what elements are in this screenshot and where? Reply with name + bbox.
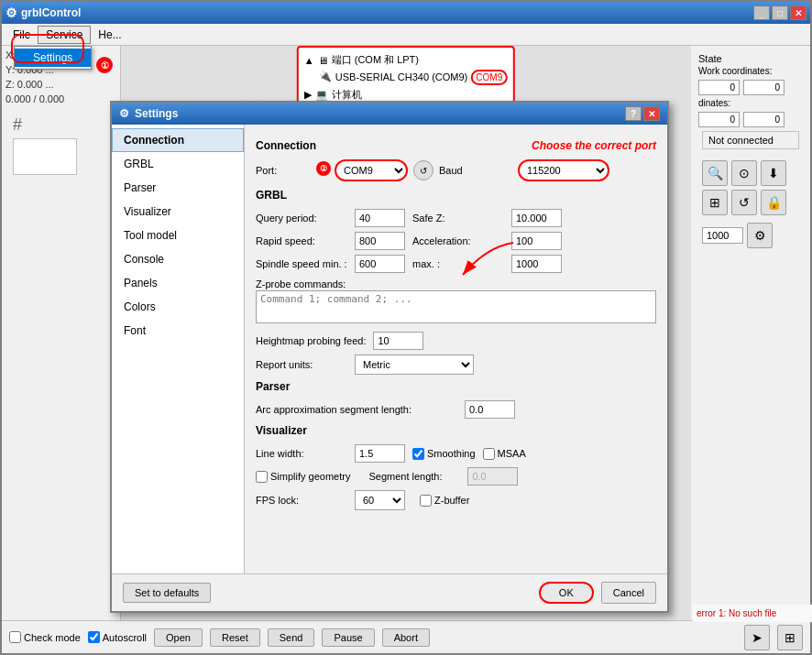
dialog-close-button[interactable]: ✕ [643, 106, 660, 121]
query-period-row: Query period: Safe Z: [256, 209, 656, 227]
sidebar-item-visualizer[interactable]: Visualizer [112, 200, 244, 224]
heightmap-input[interactable] [373, 332, 423, 350]
fps-label: FPS lock: [256, 495, 347, 506]
fps-select[interactable]: 60 30 120 [355, 490, 405, 510]
simplify-checkbox[interactable] [256, 471, 268, 483]
zbuffer-checkbox[interactable] [420, 495, 432, 507]
rapid-speed-row: Rapid speed: Acceleration: [256, 232, 656, 250]
line-width-label: Line width: [256, 448, 347, 459]
sidebar-item-font[interactable]: Font [112, 319, 244, 343]
arc-input[interactable] [465, 400, 515, 419]
port-select[interactable]: COM9 COM1 COM3 [335, 159, 408, 181]
sidebar-item-parser[interactable]: Parser [112, 176, 244, 200]
acceleration-input[interactable] [511, 232, 562, 250]
sidebar-item-connection[interactable]: Connection [112, 128, 244, 152]
report-units-select[interactable]: Metric Imperial [355, 355, 474, 375]
grbl-section-title: GRBL [256, 189, 656, 202]
dialog-title-bar: ⚙ Settings ? ✕ [112, 103, 667, 125]
dialog-overlay: ⚙ Settings ? ✕ Connection GRBL Parser Vi… [0, 0, 812, 655]
sidebar-item-colors[interactable]: Colors [112, 295, 244, 319]
report-units-row: Report units: Metric Imperial [256, 355, 656, 375]
fps-row: FPS lock: 60 30 120 Z-buffer [256, 490, 656, 510]
dialog-help-button[interactable]: ? [625, 106, 642, 121]
rapid-speed-label: Rapid speed: [256, 235, 347, 246]
acceleration-label: Acceleration: [412, 235, 504, 246]
msaa-checkbox[interactable] [483, 448, 495, 460]
smoothing-checkbox[interactable] [412, 448, 424, 460]
query-period-input[interactable] [355, 209, 405, 227]
spindle-max-label: max. : [412, 258, 504, 269]
dialog-title-controls: ? ✕ [625, 106, 660, 121]
heightmap-label: Heightmap probing feed: [256, 335, 366, 346]
baud-select[interactable]: 115200 9600 250000 [518, 159, 609, 181]
dialog-footer: Set to defaults OK Cancel [112, 573, 667, 611]
arc-row: Arc approximation segment length: [256, 400, 656, 419]
service-menu-popup: Settings [14, 46, 92, 70]
segment-length-input[interactable] [467, 467, 518, 486]
dialog-main-content: Connection Port: COM9 COM1 COM3 ↺ Baud [245, 125, 667, 573]
arc-label: Arc approximation segment length: [256, 404, 457, 415]
zprobe-label: Z-probe commands: [256, 278, 346, 289]
sidebar-item-grbl[interactable]: GRBL [112, 152, 244, 176]
cancel-button[interactable]: Cancel [601, 582, 656, 604]
dialog-body: Connection GRBL Parser Visualizer Tool m… [112, 125, 667, 573]
dialog-sidebar: Connection GRBL Parser Visualizer Tool m… [112, 125, 245, 573]
simplify-row: Simplify geometry Segment length: [256, 467, 656, 486]
line-width-row: Line width: Smoothing MSAA [256, 444, 656, 463]
msaa-label: MSAA [483, 448, 526, 460]
spindle-min-label: Spindle speed min. : [256, 258, 347, 269]
step2-annotation: ② [316, 161, 331, 176]
sidebar-item-panels[interactable]: Panels [112, 271, 244, 295]
set-defaults-button[interactable]: Set to defaults [123, 583, 211, 603]
dialog-icon: ⚙ [119, 107, 129, 120]
parser-section-title: Parser [256, 380, 656, 393]
sidebar-item-toolmodel[interactable]: Tool model [112, 224, 244, 247]
spindle-row: Spindle speed min. : max. : [256, 255, 656, 273]
sidebar-item-console[interactable]: Console [112, 247, 244, 271]
choose-port-annotation: Choose the correct port [532, 139, 656, 152]
dialog-title-text: Settings [135, 107, 178, 120]
safe-z-label: Safe Z: [412, 213, 504, 224]
simplify-label: Simplify geometry [256, 471, 350, 483]
heightmap-row: Heightmap probing feed: [256, 332, 656, 350]
query-period-label: Query period: [256, 213, 347, 224]
smoothing-label: Smoothing [412, 448, 476, 460]
port-refresh-button[interactable]: ↺ [413, 160, 433, 180]
spindle-max-input[interactable] [511, 255, 562, 273]
baud-label: Baud [439, 165, 512, 176]
zprobe-textarea[interactable] [256, 290, 656, 323]
segment-length-label: Segment length: [368, 471, 460, 482]
spindle-min-input[interactable] [355, 255, 405, 273]
rapid-speed-input[interactable] [355, 232, 405, 250]
settings-dialog: ⚙ Settings ? ✕ Connection GRBL Parser Vi… [110, 101, 669, 613]
zbuffer-label: Z-buffer [420, 495, 469, 507]
safe-z-input[interactable] [511, 209, 562, 227]
line-width-input[interactable] [355, 444, 405, 463]
settings-menu-item[interactable]: Settings [15, 49, 91, 67]
visualizer-section-title: Visualizer [256, 424, 656, 437]
zprobe-section: Z-probe commands: [256, 278, 656, 326]
ok-button[interactable]: OK [539, 582, 594, 604]
report-units-label: Report units: [256, 359, 347, 370]
footer-right: OK Cancel [539, 582, 656, 604]
